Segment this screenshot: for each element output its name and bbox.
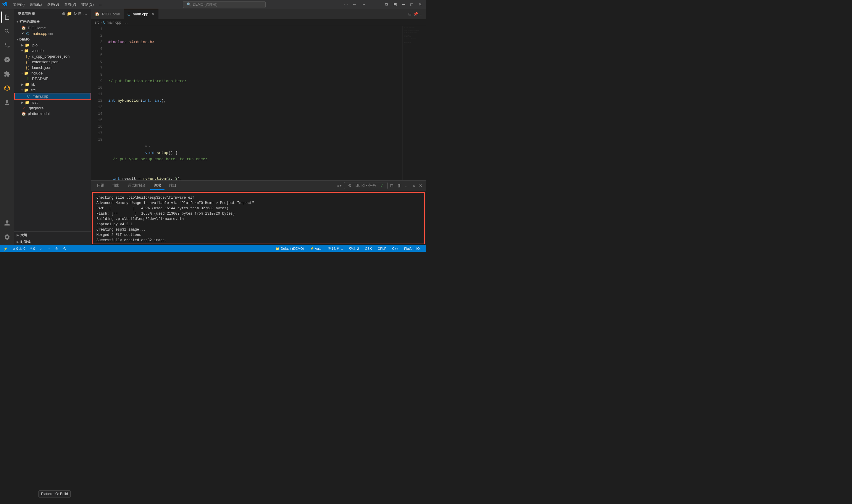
- terminal-tab-terminal[interactable]: 终端: [150, 182, 164, 190]
- activity-flask[interactable]: [1, 96, 13, 108]
- build-check-icon: ✓: [40, 247, 42, 251]
- new-file-button[interactable]: ⊕: [62, 11, 66, 16]
- breadcrumb-sep-2: ›: [122, 20, 123, 24]
- new-folder-button[interactable]: 📁: [67, 11, 72, 16]
- more-editor-button[interactable]: …: [420, 12, 424, 16]
- error-icon: ⊕: [13, 247, 15, 251]
- layout-button[interactable]: ⊟: [392, 1, 399, 7]
- status-encoding[interactable]: GBK: [364, 247, 373, 250]
- terminal-tab-ports[interactable]: 端口: [166, 182, 180, 190]
- maximize-button[interactable]: □: [409, 1, 415, 7]
- collapse-button[interactable]: ⊟: [78, 11, 82, 16]
- more-actions-button[interactable]: …: [83, 11, 88, 16]
- status-arrow[interactable]: →: [46, 247, 51, 250]
- terminal-view-toggle[interactable]: ⊞ ▾: [335, 183, 343, 188]
- src-folder-icon: 📁: [24, 88, 29, 92]
- nav-back-button[interactable]: ←: [351, 1, 359, 7]
- terminal-maximize-button[interactable]: ∧: [411, 183, 417, 188]
- default-demo-icon: 📁: [275, 247, 280, 251]
- close-button[interactable]: ✕: [417, 1, 424, 7]
- open-editor-pio-home[interactable]: 🏠 PIO Home: [14, 25, 91, 31]
- status-flask[interactable]: ⚗: [62, 247, 67, 251]
- terminal-tab-output[interactable]: 输出: [109, 182, 123, 190]
- main-cpp-file-label: main.cpp: [33, 94, 48, 98]
- tree-item-vscode-folder[interactable]: ▾ 📁 .vscode: [14, 48, 91, 54]
- status-language[interactable]: C++: [391, 247, 399, 250]
- line-8: 8: [91, 72, 102, 78]
- nav-forward-button[interactable]: →: [360, 1, 368, 7]
- status-platform[interactable]: PlatformIO...: [403, 247, 424, 250]
- code-editor[interactable]: 1 2 3 4 5 6 7 8 9 10 11 12 13: [91, 26, 402, 180]
- terminal-trash-button[interactable]: 🗑: [396, 183, 402, 188]
- terminal-tab-problems[interactable]: 问题: [93, 182, 108, 190]
- terminal-close-button[interactable]: ✕: [418, 183, 424, 188]
- status-position[interactable]: 行 14, 列 1: [326, 247, 344, 251]
- timeline-section[interactable]: ▶ 时间线: [14, 238, 91, 245]
- activity-git[interactable]: [1, 40, 13, 51]
- line-1: 1: [91, 26, 102, 33]
- git-branch-icon: ⑂: [30, 247, 32, 250]
- split-editor-button[interactable]: ⧉: [383, 1, 390, 8]
- code-content[interactable]: #include <Arduino.h> // put function dec…: [106, 26, 402, 180]
- activity-explorer[interactable]: [1, 11, 13, 23]
- tree-item-main-cpp[interactable]: C main.cpp: [14, 93, 91, 100]
- language-label: C++: [392, 247, 398, 250]
- tree-item-c-cpp-props[interactable]: { } c_cpp_properties.json: [14, 54, 91, 59]
- tree-item-src-folder[interactable]: ▾ 📁 src: [14, 87, 91, 93]
- menu-edit[interactable]: 编辑(E): [28, 1, 44, 8]
- tab-close-button[interactable]: ✕: [151, 12, 155, 16]
- tab-cpp-icon: C: [127, 12, 131, 17]
- status-line-ending[interactable]: CRLF: [377, 247, 387, 250]
- terminal-split-button[interactable]: ⊟: [389, 183, 395, 188]
- breadcrumb-more[interactable]: ...: [124, 20, 127, 24]
- open-editor-main-cpp[interactable]: ✕ C main.cpp src: [14, 31, 91, 36]
- outline-section[interactable]: ▶ 大纲: [14, 232, 91, 238]
- activity-extensions[interactable]: [1, 68, 13, 80]
- terminal-tab-debug[interactable]: 调试控制台: [124, 182, 149, 190]
- status-auto[interactable]: ⚡ Auto: [309, 247, 323, 251]
- src-label: src: [49, 32, 53, 35]
- minimize-button[interactable]: ─: [401, 1, 407, 7]
- menu-more[interactable]: ...: [97, 1, 104, 8]
- tree-item-include-folder[interactable]: ▾ 📁 include: [14, 70, 91, 76]
- breadcrumb-src[interactable]: src: [95, 20, 99, 24]
- status-remote[interactable]: ⚡: [2, 247, 9, 251]
- line-2: 2: [91, 33, 102, 39]
- tree-item-pio-folder[interactable]: ▶ 📁 .pio: [14, 42, 91, 48]
- activity-pio[interactable]: [1, 82, 13, 94]
- tree-item-gitignore[interactable]: ⑂ .gitignore: [14, 105, 91, 111]
- terminal-more-button[interactable]: …: [403, 183, 410, 188]
- open-editors-chevron: ▾: [17, 20, 18, 23]
- menu-file[interactable]: 文件(F): [11, 1, 27, 8]
- activity-account[interactable]: [1, 217, 13, 229]
- pin-button[interactable]: 📌: [413, 12, 418, 16]
- status-trash[interactable]: 🗑: [54, 247, 59, 250]
- tree-item-platformio-ini[interactable]: 🏠 platformio.ini: [14, 111, 91, 116]
- demo-section[interactable]: ▾ DEMO: [14, 36, 91, 42]
- status-build-check[interactable]: ✓: [38, 247, 44, 251]
- file-tree: ▾ 打开的编辑器 🏠 PIO Home ✕ C main.cpp src ▾ D…: [14, 18, 91, 232]
- tab-main-cpp[interactable]: C main.cpp ✕: [124, 9, 159, 19]
- activity-debug[interactable]: [1, 54, 13, 66]
- refresh-button[interactable]: ↻: [73, 11, 77, 16]
- menu-view[interactable]: 查看(V): [62, 1, 79, 8]
- activity-settings[interactable]: [1, 231, 13, 243]
- tree-item-extensions-json[interactable]: { } extensions.json: [14, 59, 91, 65]
- tree-item-launch-json[interactable]: { } launch.json: [14, 65, 91, 70]
- status-git-branch[interactable]: ⑂ 0: [29, 247, 36, 250]
- menu-goto[interactable]: 转到(G): [79, 1, 96, 8]
- split-right-button[interactable]: ⊟: [408, 12, 412, 16]
- close-icon-main[interactable]: ✕: [21, 32, 24, 35]
- menu-select[interactable]: 选择(S): [45, 1, 61, 8]
- open-editors-section[interactable]: ▾ 打开的编辑器: [14, 18, 91, 25]
- breadcrumb-cpp-icon: C: [103, 20, 106, 24]
- status-default-demo[interactable]: 📁 Default (DEMO): [274, 247, 305, 251]
- tab-pio-home[interactable]: 🏠 PIO Home: [91, 9, 124, 19]
- status-spaces[interactable]: 空格: 2: [348, 247, 360, 251]
- breadcrumb-file[interactable]: main.cpp: [107, 20, 121, 24]
- tree-item-readme[interactable]: ℹ README: [14, 76, 91, 82]
- activity-search[interactable]: [1, 25, 13, 37]
- tree-item-test-folder[interactable]: ▶ 📁 test: [14, 100, 91, 105]
- status-errors[interactable]: ⊕ 0 ⚠ 0: [11, 247, 26, 251]
- tree-item-lib-folder[interactable]: ▶ 📁 lib: [14, 82, 91, 87]
